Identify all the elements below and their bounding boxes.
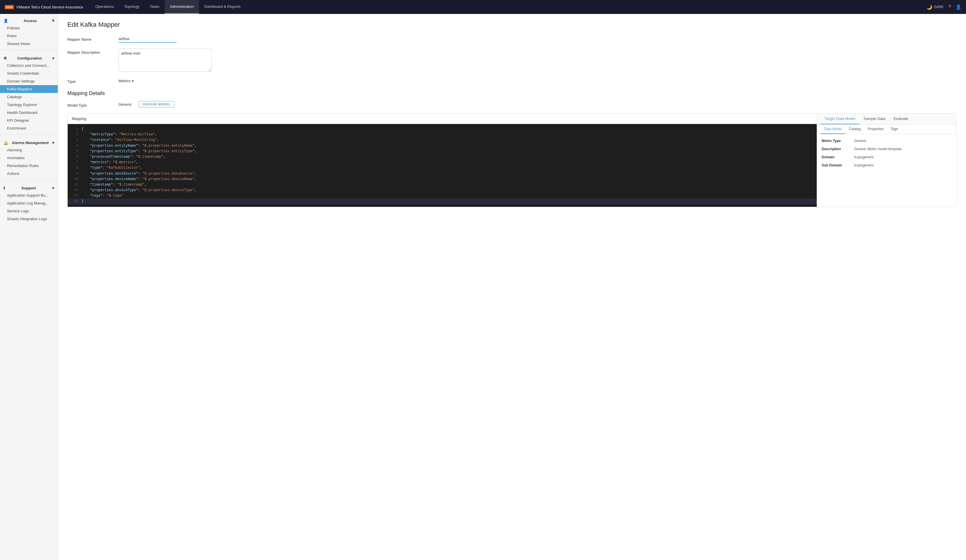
description-value: Generic Metric model template [854,147,902,151]
main-content: Edit Kafka Mapper Mapper Name Mapper Des… [58,14,966,560]
alarms-icon: 🔔 [3,141,8,145]
user-icon[interactable]: 👤 [956,4,961,10]
nav-tasks[interactable]: Tasks [145,0,165,14]
mapper-name-label: Mapper Name [67,35,114,41]
description-row: Description Generic Metric model templat… [821,147,952,151]
mapping-right: Target Data Model Sample Data Evaluate D… [817,113,956,207]
type-label: Type [67,77,114,84]
sidebar-item-policies[interactable]: Policies [0,24,58,32]
moon-icon: 🌙 [927,4,932,10]
sidebar-item-kafka-mappers[interactable]: Kafka Mappers [0,85,58,93]
right-subtabs: Data Model Catalog Properties Tags [817,125,956,134]
tab-target-data-model[interactable]: Target Data Model [820,113,859,124]
choose-model-button[interactable]: CHOOSE MODEL [139,101,174,107]
sidebar-item-collectors[interactable]: Collectors and Connect... [0,62,58,69]
brand: vmw VMware Telco Cloud Service Assurance [5,5,83,9]
topnav-right: 🌙 DARK ? 👤 [927,4,961,10]
sidebar-item-app-support[interactable]: Application Support Bu... [0,191,58,199]
sub-domain-label: Sub Domain [821,163,851,167]
sidebar-item-health-dashboard[interactable]: Health Dashboard [0,108,58,117]
sidebar-item-service-logs[interactable]: Service Logs [0,207,58,215]
help-icon[interactable]: ? [948,4,951,10]
sidebar-section-alarms: 🔔 Alarms Management ▾ Alarming Anomalies… [0,136,58,179]
sidebar-item-shared-views[interactable]: Shared Views [0,40,58,48]
alarms-label: Alarms Management [12,141,49,145]
model-type-generic: Generic [118,102,132,107]
code-line: 14} [68,199,817,204]
subtab-catalog[interactable]: Catalog [845,125,864,134]
sidebar-section-support-header[interactable]: ℹ Support ▾ [0,184,58,191]
code-line: 10 "properties.deviceName": "$.propertie… [68,177,817,182]
nav-administration[interactable]: Administration [165,0,199,14]
alarms-chevron: ▾ [52,141,54,145]
code-editor[interactable]: 1{2 "metricType": "Metrics-Airflow",3 "i… [68,124,817,207]
sub-domain-row: Sub Domain tcopsgeneric [821,163,952,167]
type-row: Type Metrics ▾ [67,77,957,85]
configuration-chevron: ▾ [52,56,54,61]
sidebar-item-enrichment[interactable]: Enrichment [0,124,58,132]
code-line: 9 "properties.dataSource": "$.properties… [68,171,817,177]
sidebar: « 👤 Access ▾ Policies Roles Shared Views… [0,14,58,560]
sidebar-section-access-header[interactable]: 👤 Access ▾ [0,16,58,24]
type-chevron-icon: ▾ [132,79,134,83]
sub-domain-value: tcopsgeneric [854,163,874,167]
mapping-details-title: Mapping Details [67,90,957,97]
configuration-label: Configuration [17,56,42,61]
code-line: 6 "processedTimestamp": "$.timestamp", [68,154,817,160]
support-chevron: ▾ [52,186,54,190]
page-title: Edit Kafka Mapper [67,21,957,28]
sidebar-item-app-log[interactable]: Application Log Manag... [0,199,58,207]
type-value: Metrics [118,79,131,83]
sidebar-item-remediation-rules[interactable]: Remediation Rules [0,162,58,170]
nav-topology[interactable]: Topology [119,0,145,14]
code-line: 13 "tags": "$.tags" [68,193,817,199]
sidebar-section-alarms-header[interactable]: 🔔 Alarms Management ▾ [0,138,58,146]
metric-type-value: Generic [854,139,866,143]
domain-value: tcopsgeneric [854,155,874,159]
sidebar-collapse-button[interactable]: « [51,16,56,23]
code-line: 7 "metrics": "$.metrics", [68,160,817,165]
support-icon: ℹ [3,186,5,190]
sidebar-item-catalogs[interactable]: Catalogs [0,93,58,101]
model-type-row: Model Type Generic CHOOSE MODEL [67,101,957,107]
data-model-content: Metric Type Generic Description Generic … [817,134,956,176]
sidebar-item-smarts-credentials[interactable]: Smarts Credentials [0,69,58,77]
domain-label: Domain [821,155,851,159]
nav-dashboard-reports[interactable]: Dashboard & Reports [199,0,246,14]
type-select[interactable]: Metrics ▾ [118,77,134,85]
divider-1 [0,50,58,50]
sidebar-item-roles[interactable]: Roles [0,32,58,40]
topnav: vmw VMware Telco Cloud Service Assurance… [0,0,966,14]
subtab-properties[interactable]: Properties [864,125,887,134]
dark-label: DARK [934,5,944,9]
tab-sample-data[interactable]: Sample Data [859,113,889,124]
code-line: 8 "type": "KafkaCollector", [68,165,817,171]
sidebar-section-configuration: ⚙ Configuration ▾ Collectors and Connect… [0,51,58,133]
sidebar-item-topology-explorer[interactable]: Topology Explorer [0,101,58,108]
sidebar-item-actions[interactable]: Actions [0,170,58,177]
sidebar-item-anomalies[interactable]: Anomalies [0,154,58,162]
sidebar-item-domain-settings[interactable]: Domain Settings [0,77,58,85]
sidebar-item-smarts-integration-logs[interactable]: Smarts Integration Logs [0,215,58,223]
code-line: 4 "properties.entityName": "$.properties… [68,143,817,149]
support-label: Support [21,186,36,190]
mapping-left: Mapping 1{2 "metricType": "Metrics-Airfl… [68,113,817,207]
mapping-area: Mapping 1{2 "metricType": "Metrics-Airfl… [67,113,957,207]
dark-mode-toggle[interactable]: 🌙 DARK [927,4,944,10]
nav-operations[interactable]: Operations [90,0,119,14]
subtab-data-model[interactable]: Data Model [820,125,845,134]
sidebar-item-alarming[interactable]: Alarming [0,146,58,154]
divider-2 [0,135,58,135]
code-line: 2 "metricType": "Metrics-Airflow", [68,132,817,137]
mapper-description-row: Mapper Description [67,49,957,72]
tab-evaluate[interactable]: Evaluate [889,113,912,124]
sidebar-item-kpi-designer[interactable]: KPI Designer [0,117,58,124]
subtab-tags[interactable]: Tags [887,125,901,134]
mapper-description-textarea[interactable] [118,49,212,72]
sidebar-section-configuration-header[interactable]: ⚙ Configuration ▾ [0,54,58,62]
right-tabs: Target Data Model Sample Data Evaluate [817,113,956,125]
code-line: 12 "properties.deviceType": "$.propertie… [68,188,817,193]
mapper-name-input[interactable] [118,35,177,43]
sidebar-section-support: ℹ Support ▾ Application Support Bu... Ap… [0,181,58,224]
brand-title: VMware Telco Cloud Service Assurance [16,5,83,9]
